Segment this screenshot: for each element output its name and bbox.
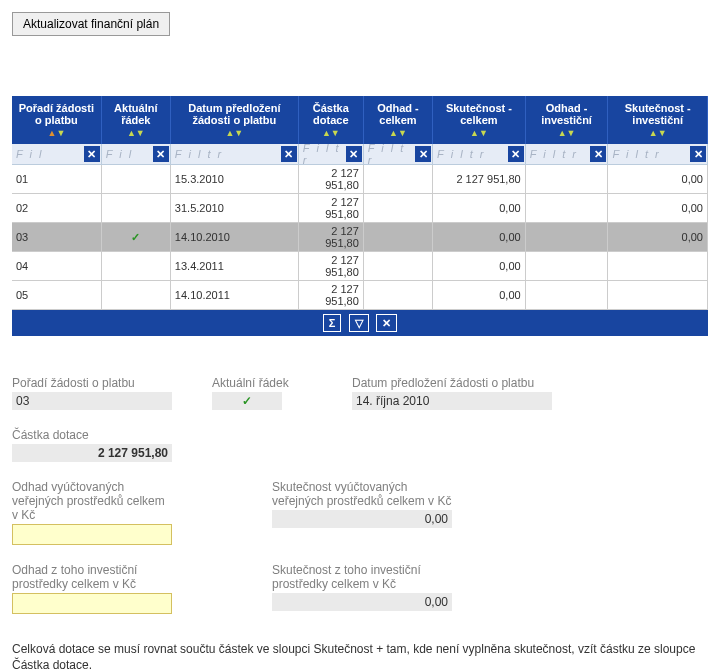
- clear-filter-icon[interactable]: ✕: [346, 146, 362, 162]
- cell-skut_celkem: 0,00: [433, 194, 526, 223]
- filter-cell-radek[interactable]: F i l✕: [101, 144, 170, 165]
- filter-cell-odhad_inv[interactable]: F i l t r✕: [525, 144, 608, 165]
- cell-datum: 13.4.2011: [170, 252, 298, 281]
- cell-skut_inv: 0,00: [608, 223, 708, 252]
- skut-inv-label: Skutečnost z toho investiční prostředky …: [272, 563, 452, 591]
- clear-filter-icon[interactable]: ✕: [690, 146, 706, 162]
- clear-filter-icon[interactable]: ✕: [281, 146, 297, 162]
- cell-odhad_inv: [525, 194, 608, 223]
- clear-filter-icon[interactable]: ✕: [590, 146, 606, 162]
- cell-skut_inv: 0,00: [608, 165, 708, 194]
- cell-skut_celkem: 0,00: [433, 252, 526, 281]
- cell-skut_celkem: 2 127 951,80: [433, 165, 526, 194]
- cell-skut_celkem: 0,00: [433, 223, 526, 252]
- odhad-ver-label: Odhad vyúčtovaných veřejných prostředků …: [12, 480, 172, 522]
- payments-grid: Pořadí žádosti o platbu▲▼Aktuální řádek▲…: [12, 96, 708, 310]
- cell-skut_inv: [608, 252, 708, 281]
- skut-ver-value: 0,00: [272, 510, 452, 528]
- column-header-radek[interactable]: Aktuální řádek▲▼: [101, 96, 170, 144]
- clear-filter-icon[interactable]: ✕: [84, 146, 100, 162]
- filter-placeholder: F i l t r: [608, 148, 690, 160]
- grid-footer-bar: Σ ▽ ✕: [12, 310, 708, 336]
- filter-placeholder: F i l t r: [299, 142, 346, 166]
- cell-odhad_inv: [525, 252, 608, 281]
- cell-castka: 2 127 951,80: [298, 281, 363, 310]
- cell-poradi: 05: [12, 281, 101, 310]
- column-header-skut_celkem[interactable]: Skutečnost - celkem▲▼: [433, 96, 526, 144]
- filter-placeholder: F i l t r: [526, 148, 591, 160]
- filter-placeholder: F i l t r: [433, 148, 508, 160]
- cell-poradi: 01: [12, 165, 101, 194]
- odhad-ver-input[interactable]: [12, 524, 172, 545]
- filter-cell-skut_celkem[interactable]: F i l t r✕: [433, 144, 526, 165]
- filter-cell-castka[interactable]: F i l t r✕: [298, 144, 363, 165]
- castka-value: 2 127 951,80: [12, 444, 172, 462]
- cell-odhad_inv: [525, 281, 608, 310]
- cell-odhad_inv: [525, 223, 608, 252]
- clear-filter-icon[interactable]: ✕: [376, 314, 397, 332]
- clear-filter-icon[interactable]: ✕: [508, 146, 524, 162]
- poradi-label: Pořadí žádosti o platbu: [12, 376, 172, 390]
- cell-odhad_celkem: [363, 223, 432, 252]
- cell-odhad_celkem: [363, 165, 432, 194]
- check-icon: ✓: [106, 231, 166, 244]
- table-row[interactable]: 0514.10.20112 127 951,800,00: [12, 281, 708, 310]
- cell-datum: 14.10.2011: [170, 281, 298, 310]
- table-row[interactable]: 0413.4.20112 127 951,800,00: [12, 252, 708, 281]
- cell-poradi: 03: [12, 223, 101, 252]
- cell-datum: 15.3.2010: [170, 165, 298, 194]
- cell-odhad_inv: [525, 165, 608, 194]
- column-header-skut_inv[interactable]: Skutečnost - investiční▲▼: [608, 96, 708, 144]
- filter-placeholder: F i l t r: [171, 148, 281, 160]
- odhad-inv-label: Odhad z toho investiční prostředky celke…: [12, 563, 172, 591]
- skut-inv-value: 0,00: [272, 593, 452, 611]
- cell-skut_inv: 0,00: [608, 194, 708, 223]
- poradi-value: 03: [12, 392, 172, 410]
- column-header-odhad_celkem[interactable]: Odhad - celkem▲▼: [363, 96, 432, 144]
- column-header-datum[interactable]: Datum předložení žádosti o platbu▲▼: [170, 96, 298, 144]
- cell-castka: 2 127 951,80: [298, 165, 363, 194]
- column-header-odhad_inv[interactable]: Odhad - investiční▲▼: [525, 96, 608, 144]
- check-icon: ✓: [216, 394, 278, 408]
- clear-filter-icon[interactable]: ✕: [153, 146, 169, 162]
- table-row[interactable]: 0231.5.20102 127 951,800,000,00: [12, 194, 708, 223]
- column-header-castka[interactable]: Částka dotace▲▼: [298, 96, 363, 144]
- clear-filter-icon[interactable]: ✕: [415, 146, 431, 162]
- filter-icon[interactable]: ▽: [349, 314, 369, 332]
- filter-cell-poradi[interactable]: F i l✕: [12, 144, 101, 165]
- filter-placeholder: F i l: [12, 148, 84, 160]
- cell-odhad_celkem: [363, 252, 432, 281]
- detail-form: Pořadí žádosti o platbu 03 Aktuální řáde…: [12, 376, 708, 614]
- note-text: Celková dotace se musí rovnat součtu čás…: [12, 642, 708, 669]
- update-plan-button[interactable]: Aktualizovat finanční plán: [12, 12, 170, 36]
- cell-castka: 2 127 951,80: [298, 252, 363, 281]
- cell-poradi: 02: [12, 194, 101, 223]
- cell-radek: ✓: [101, 223, 170, 252]
- grid-wrapper: Pořadí žádosti o platbu▲▼Aktuální řádek▲…: [12, 96, 708, 336]
- cell-radek: [101, 252, 170, 281]
- table-row[interactable]: 0115.3.20102 127 951,802 127 951,800,00: [12, 165, 708, 194]
- sum-icon[interactable]: Σ: [323, 314, 342, 332]
- cell-datum: 31.5.2010: [170, 194, 298, 223]
- skut-ver-label: Skutečnost vyúčtovaných veřejných prostř…: [272, 480, 452, 508]
- castka-label: Částka dotace: [12, 428, 172, 442]
- radek-label: Aktuální řádek: [212, 376, 312, 390]
- cell-odhad_celkem: [363, 281, 432, 310]
- cell-poradi: 04: [12, 252, 101, 281]
- filter-cell-odhad_celkem[interactable]: F i l t r✕: [363, 144, 432, 165]
- cell-datum: 14.10.2010: [170, 223, 298, 252]
- cell-skut_inv: [608, 281, 708, 310]
- cell-skut_celkem: 0,00: [433, 281, 526, 310]
- filter-cell-datum[interactable]: F i l t r✕: [170, 144, 298, 165]
- odhad-inv-input[interactable]: [12, 593, 172, 614]
- table-row[interactable]: 03✓14.10.20102 127 951,800,000,00: [12, 223, 708, 252]
- cell-radek: [101, 281, 170, 310]
- filter-cell-skut_inv[interactable]: F i l t r✕: [608, 144, 708, 165]
- column-header-poradi[interactable]: Pořadí žádosti o platbu▲▼: [12, 96, 101, 144]
- filter-placeholder: F i l: [102, 148, 153, 160]
- filter-placeholder: F i l t r: [364, 142, 415, 166]
- cell-odhad_celkem: [363, 194, 432, 223]
- cell-castka: 2 127 951,80: [298, 223, 363, 252]
- datum-label: Datum předložení žádosti o platbu: [352, 376, 552, 390]
- radek-value: ✓: [212, 392, 282, 410]
